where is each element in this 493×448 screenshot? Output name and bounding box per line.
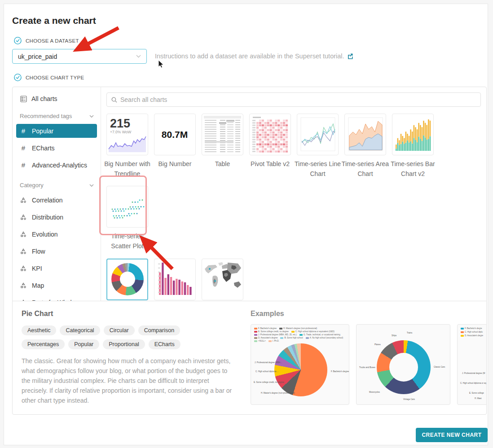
sidebar-item-label: Flow (32, 248, 45, 255)
legend-item: I. Ph.D. (269, 340, 279, 342)
table-thumbnail (202, 114, 243, 155)
choose-dataset-label: CHOOSE A DATASET (26, 38, 79, 44)
category-icon (20, 214, 26, 220)
section-label: Recommended tags (20, 113, 72, 119)
world-map-thumbnail (202, 259, 243, 300)
pie-slice-label: H. Master's degree (non-professional) (261, 392, 295, 394)
chart-card-label: Pivot Table v2 (244, 159, 296, 169)
legend-label: F. Bachelor's degre (465, 327, 482, 329)
sidebar-item-echarts[interactable]: # ECharts (16, 141, 97, 155)
sidebar-item-label: Evolution (32, 231, 58, 238)
legend-item: <NULL> (254, 340, 266, 342)
external-link-icon[interactable] (347, 53, 353, 59)
section-recommended-tags[interactable]: Recommended tags (13, 106, 101, 121)
sidebar-item-label: KPI (32, 265, 42, 272)
sidebar-item-flow[interactable]: Flow (16, 244, 97, 258)
tag-pill[interactable]: Percentages (22, 339, 65, 349)
chart-card-label: Time-series Scatter Plot (101, 232, 154, 251)
legend-chip (279, 328, 282, 329)
ts-scatter-thumbnail (107, 186, 148, 227)
legend-chip (254, 328, 257, 329)
legend-chip (254, 340, 257, 342)
legend-label: C. High school diploma or equivalent (GE… (295, 330, 335, 333)
bar-chart-thumbnail (154, 259, 195, 300)
chart-card-ts-line[interactable] (297, 114, 339, 155)
search-icon (111, 97, 117, 103)
legend-item: C. High school diplo (461, 331, 486, 333)
hash-icon: # (20, 161, 26, 169)
donut-slice-label: Classic Cars (434, 366, 445, 368)
svg-text:+7.0% WoW: +7.0% WoW (110, 130, 131, 134)
tag-pill[interactable]: Categorical (60, 325, 100, 335)
legend-chip (306, 337, 309, 339)
ts-bar-thumbnail (392, 114, 433, 155)
tag-pill[interactable]: Aesthetic (22, 325, 56, 335)
legend-chip (280, 337, 283, 339)
sidebar-item-evolution[interactable]: Evolution (16, 227, 97, 241)
hash-icon: # (20, 144, 26, 152)
chart-card-table[interactable] (202, 114, 243, 155)
section-category[interactable]: Category (13, 175, 101, 190)
legend-item: D. Associate's degree (254, 337, 277, 339)
legend-item: A. No high school (secondary school) (306, 337, 343, 339)
legend-label: F. Bachelor's degree (258, 327, 277, 329)
legend-chip (299, 334, 303, 336)
create-new-chart-button[interactable]: CREATE NEW CHART (416, 428, 488, 442)
sidebar-item-label: Map (32, 282, 44, 289)
choose-chart-type-label: CHOOSE CHART TYPE (26, 75, 84, 80)
legend-item: E. Some college credit, no degree (254, 330, 289, 333)
chart-search-box[interactable] (106, 92, 481, 107)
chart-card-label: Time-series Area Chart (339, 159, 392, 179)
sidebar-item-part-of-a-whole[interactable]: Part of a Whole (16, 295, 97, 301)
sidebar-item-correlation[interactable]: Correlation (16, 193, 97, 207)
chart-search-input[interactable] (120, 96, 476, 103)
pie-slice-label: E. Some college credit, no degree (254, 381, 284, 383)
example-card-pie: F. Bachelor's degreeH. Master's degree (… (251, 324, 349, 405)
hash-icon: # (20, 127, 26, 135)
legend-chip (254, 337, 257, 339)
chart-card-ts-scatter[interactable] (106, 186, 148, 228)
chart-card-ts-bar[interactable] (392, 114, 434, 155)
example-pie-chart (274, 343, 327, 396)
legend-item: F. Bachelor's degree (254, 327, 277, 329)
sidebar-item-popular[interactable]: # Popular (16, 124, 97, 138)
legend-label: G. Trade, technical, or vocational train… (304, 334, 340, 336)
legend-chip (269, 340, 272, 342)
sidebar-item-distribution[interactable]: Distribution (16, 210, 97, 224)
chart-card-big-number[interactable]: 80.7M (154, 114, 196, 155)
sidebar-item-map[interactable]: Map (16, 278, 97, 292)
chart-type-step-header: CHOOSE CHART TYPE (14, 74, 84, 81)
instructions-text: Instructions to add a dataset are availa… (155, 53, 344, 60)
chart-card-pivot-table-v2[interactable] (249, 114, 291, 155)
sidebar-item-kpi[interactable]: KPI (16, 261, 97, 275)
legend-item: D. Associate's degre (461, 334, 486, 337)
dataset-select[interactable]: uk_price_paid (12, 49, 147, 64)
chart-description: The classic. Great for showing how much … (22, 356, 233, 405)
donut-slice-label: Planes (374, 343, 381, 346)
tag-pill[interactable]: ECharts (149, 339, 180, 349)
example-card-donut-2: F. Bachelor's degreC. High school diploD… (457, 324, 486, 405)
tag-pill[interactable]: Comparison (138, 325, 180, 335)
tag-pill[interactable]: Circular (104, 325, 135, 335)
category-icon (20, 248, 26, 255)
legend-item: F. Bachelor's degre (461, 327, 486, 329)
chart-card-world-map[interactable] (202, 259, 243, 300)
chart-card-ts-area[interactable] (344, 114, 386, 155)
sidebar-item-all-charts[interactable]: All charts (16, 92, 97, 106)
chart-card-big-number-trendline[interactable]: 215 +7.0% WoW (106, 114, 148, 155)
pie-slice-label: C. High school diploma ... (255, 370, 278, 373)
donut-slice-label: Trains (407, 332, 412, 334)
sidebar-item-advanced-analytics[interactable]: # Advanced-Analytics (16, 158, 97, 172)
tag-pill[interactable]: Popular (68, 339, 99, 349)
chart-card-bar-chart[interactable] (154, 259, 196, 300)
chevron-down-icon (89, 115, 94, 118)
legend-label: C. High school diplo (465, 331, 483, 333)
example-legend: F. Bachelor's degreC. High school diploD… (461, 327, 486, 337)
tag-pill[interactable]: Proportional (103, 339, 145, 349)
chart-card-pie-chart[interactable] (106, 259, 148, 300)
big-number-trendline-thumbnail: 215 +7.0% WoW (107, 114, 148, 155)
chart-card-label: Time-series Line Chart (291, 159, 344, 179)
legend-item: C. High school diploma or equivalent (GE… (291, 330, 335, 333)
examples-title: Examples (251, 310, 486, 318)
legend-chip (461, 335, 464, 337)
